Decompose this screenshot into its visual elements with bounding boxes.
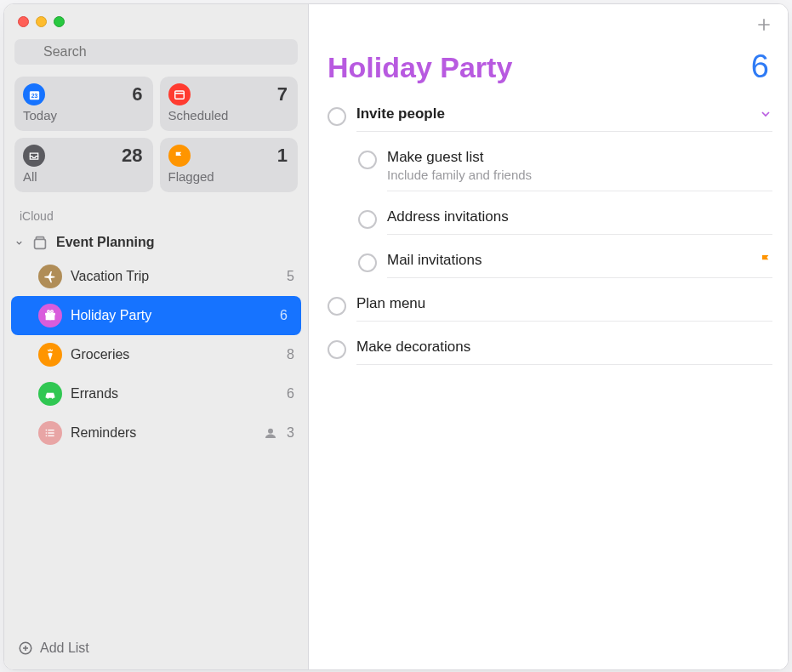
stack-icon [31,233,49,252]
list-name: Groceries [71,347,278,362]
add-reminder-button[interactable] [755,16,772,33]
reminder-title[interactable]: Invite people [356,105,750,122]
reminder-subitems: Make guest listInclude family and friend… [322,140,788,287]
reminder-title[interactable]: Address invitations [387,208,772,225]
zoom-window-button[interactable] [54,16,65,27]
sidebar-list-item[interactable]: Holiday Party6 [11,296,301,335]
smart-label: Today [23,108,143,122]
list-count: 6 [280,308,288,323]
airplane-icon [38,265,62,288]
sidebar: 23 6 Today 7 Scheduled [4,4,309,669]
smart-lists-grid: 23 6 Today 7 Scheduled [4,77,308,192]
list-name: Vacation Trip [71,269,278,284]
reminder-note: Include family and friends [387,168,772,182]
list-name: Holiday Party [71,308,271,323]
list-count: 5 [287,269,294,284]
list-count: 6 [751,48,769,85]
svg-point-21 [268,429,273,434]
svg-point-12 [51,310,54,313]
complete-checkbox[interactable] [328,107,346,126]
smart-label: Flagged [168,169,288,184]
svg-rect-7 [35,239,46,248]
reminder-title[interactable]: Mail invitations [387,252,750,269]
sidebar-list-item[interactable]: Reminders3 [4,413,308,453]
reminders-window: 23 6 Today 7 Scheduled [3,3,789,670]
group-name: Event Planning [56,235,155,250]
sidebar-lists: Vacation Trip5Holiday Party6Groceries8Er… [4,257,308,453]
minimize-window-button[interactable] [36,16,47,27]
account-section-label: iCloud [4,192,308,228]
sidebar-list-item[interactable]: Groceries8 [4,335,308,374]
smart-count: 1 [277,145,288,167]
search-container [4,36,308,77]
complete-checkbox[interactable] [358,210,377,229]
list-icon [38,421,62,445]
smart-count: 6 [132,83,142,105]
flag-icon [168,145,191,167]
reminder-title[interactable]: Make guest list [387,149,772,166]
smart-count: 7 [277,83,288,105]
reminder-title[interactable]: Make decorations [356,339,772,356]
list-title: Holiday Party [328,51,512,84]
add-list-button[interactable]: Add List [4,632,308,664]
smart-list-all[interactable]: 28 All [14,138,153,192]
svg-point-14 [52,397,54,399]
svg-point-20 [46,436,48,437]
smart-list-today[interactable]: 23 6 Today [14,77,153,131]
search-input[interactable] [14,39,298,65]
main-content: Holiday Party 6 Invite peopleMake guest … [309,4,788,669]
list-name: Reminders [71,425,254,441]
reminder-item: Mail invitations [348,243,788,287]
reminder-title[interactable]: Plan menu [356,295,772,312]
svg-point-13 [47,397,48,399]
smart-label: All [23,169,143,184]
plus-circle-icon [18,641,33,656]
calendar-icon [168,83,191,105]
complete-checkbox[interactable] [358,151,377,169]
reminder-item: Make decorations [322,330,788,373]
svg-point-19 [46,432,48,434]
reminder-item: Invite people [322,97,788,140]
sidebar-list-item[interactable]: Errands6 [4,374,308,413]
svg-text:23: 23 [31,93,37,99]
sidebar-list-item[interactable]: Vacation Trip5 [4,257,308,296]
list-name: Errands [71,386,278,401]
chevron-down-icon[interactable] [759,107,772,121]
list-count: 6 [287,386,294,401]
smart-list-flagged[interactable]: 1 Flagged [160,138,299,192]
complete-checkbox[interactable] [358,253,377,272]
smart-label: Scheduled [168,108,288,122]
svg-rect-5 [174,91,184,99]
reminder-item: Make guest listInclude family and friend… [348,140,788,200]
reminders-list: Invite peopleMake guest listInclude fami… [309,94,788,373]
group-event-planning[interactable]: Event Planning [4,228,308,257]
svg-point-18 [46,430,48,431]
gift-icon [38,304,62,327]
list-header: Holiday Party 6 [309,33,788,94]
car-icon [38,382,62,406]
svg-point-11 [48,310,50,313]
complete-checkbox[interactable] [328,297,346,316]
add-list-label: Add List [40,641,89,656]
window-controls [4,4,308,36]
smart-count: 28 [122,145,142,167]
list-count: 8 [287,347,294,362]
calendar-icon: 23 [23,83,45,105]
chevron-down-icon [14,238,24,248]
close-window-button[interactable] [18,16,29,27]
carrot-icon [38,343,62,367]
tray-icon [23,145,45,167]
flag-icon [759,253,772,267]
reminder-item: Address invitations [348,200,788,243]
list-count: 3 [287,425,294,441]
complete-checkbox[interactable] [328,340,346,359]
smart-list-scheduled[interactable]: 7 Scheduled [160,77,299,131]
main-toolbar [309,4,788,33]
reminder-item: Plan menu [322,287,788,330]
shared-icon [263,425,278,441]
